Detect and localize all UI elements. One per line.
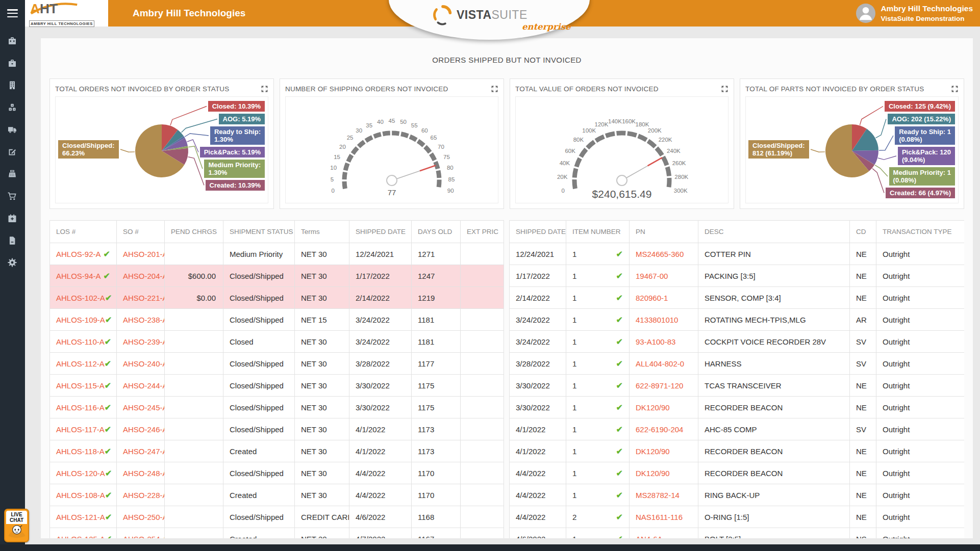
item-row[interactable]: 3/24/20221✔93-A100-83COCKPIT VOICE RECOR… <box>510 331 965 353</box>
column-header-shipment-status[interactable]: SHIPMENT STATUS <box>223 221 295 243</box>
record-link[interactable]: 622-6190-204 <box>636 425 683 434</box>
item-row[interactable]: 3/30/20221✔DK120/90RECORDER BEACONNEOutr… <box>510 397 965 418</box>
record-link[interactable]: AHLOS-117-A <box>56 425 105 434</box>
record-link[interactable]: 622-8971-120 <box>636 381 683 390</box>
record-link[interactable]: AHLOS-121-A <box>56 513 105 521</box>
record-link[interactable]: AHLOS-120-A <box>56 469 105 478</box>
item-row[interactable]: 1/17/20221✔19467-00PACKING [3:5]NEOutrig… <box>510 265 965 287</box>
record-link[interactable]: 19467-00 <box>636 272 668 280</box>
pie-callout-created[interactable]: Created: 10.39% <box>206 180 265 191</box>
column-header-desc[interactable]: DESC <box>698 221 850 243</box>
item-row[interactable]: 4/6/20221✔AN4-6ABOLT [3:5]NSOutright <box>510 528 965 539</box>
items-table[interactable]: SHIPPED DATEITEM NUMBERPNDESCCDTRANSACTI… <box>509 220 964 538</box>
order-row[interactable]: AHLOS-92-A✔AHSO-201-AMedium PriorityNET … <box>50 243 504 265</box>
record-link[interactable]: ALL404-802-0 <box>636 359 684 368</box>
pie-callout-closed[interactable]: Closed: 125 (9.42%) <box>885 101 955 112</box>
column-header-days-old[interactable]: DAYS OLD <box>412 221 461 243</box>
column-header-transaction-type[interactable]: TRANSACTION TYPE <box>876 221 965 243</box>
pie-callout-aog[interactable]: AOG: 5.19% <box>219 114 265 124</box>
pie-callout-pick-pack[interactable]: Pick&Pack: 120(9.04%) <box>898 147 955 165</box>
record-link[interactable]: AHLOS-109-A <box>56 316 105 324</box>
record-link[interactable]: 820960-1 <box>636 294 668 302</box>
order-row[interactable]: AHLOS-116-A✔AHSO-245-AClosed/ShippedNET … <box>50 397 504 418</box>
column-header-item-number[interactable]: ITEM NUMBER <box>566 221 630 243</box>
column-header-shipped-date[interactable]: SHIPPED DATE <box>510 221 566 243</box>
expand-icon[interactable] <box>951 85 959 93</box>
record-link[interactable]: AHLOS-115-A <box>56 381 105 390</box>
order-row[interactable]: AHLOS-117-A✔AHSO-246-AClosed/ShippedNET … <box>50 418 504 440</box>
item-row[interactable]: 4/1/20221✔DK120/90RECORDER BEACONNEOutri… <box>510 440 965 462</box>
pie-callout-medium-priority[interactable]: Medium Priority: 1(0.08%) <box>889 167 955 186</box>
record-link[interactable]: AN4-6A <box>636 535 663 539</box>
record-link[interactable]: AHLOS-112-A <box>56 359 105 368</box>
order-row[interactable]: AHLOS-94-A✔AHSO-204-A$600.00Closed/Shipp… <box>50 265 504 287</box>
item-row[interactable]: 4/4/20221✔MS28782-14RING BACK-UPNEOutrig… <box>510 484 965 506</box>
record-link[interactable]: AHLOS-125-A <box>56 535 105 539</box>
record-link[interactable]: DK120/90 <box>636 447 670 456</box>
pie-callout-created[interactable]: Created: 66 (4.97%) <box>886 188 955 198</box>
live-chat-button[interactable]: LIVE CHAT <box>4 509 29 542</box>
record-link[interactable]: MS24665-360 <box>636 250 684 258</box>
order-row[interactable]: AHLOS-118-A✔AHSO-247-ACreatedNET 304/1/2… <box>50 440 504 462</box>
pie-callout-closed[interactable]: Closed: 10.39% <box>208 101 265 112</box>
record-link[interactable]: AHLOS-94-A <box>56 272 101 280</box>
record-link[interactable]: AHLOS-118-A <box>56 447 105 456</box>
record-link[interactable]: AHSO-244-A <box>123 381 165 390</box>
record-link[interactable]: AHSO-247-A <box>123 447 165 456</box>
sidebar-item-document[interactable] <box>7 235 18 246</box>
item-row[interactable]: 2/14/20221✔820960-1SENSOR, COMP [3:4]NEO… <box>510 287 965 309</box>
sidebar-item-edit[interactable] <box>7 147 18 157</box>
order-row[interactable]: AHLOS-121-A✔AHSO-250-AClosed/ShippedCRED… <box>50 506 504 528</box>
column-header-pend-chrgs[interactable]: PEND CHRGS <box>165 221 223 243</box>
record-link[interactable]: AHLOS-116-A <box>56 403 105 412</box>
sidebar-item-cubes[interactable] <box>7 102 18 113</box>
record-link[interactable]: AHSO-240-A <box>123 359 165 368</box>
sidebar-item-cash-register[interactable] <box>7 169 18 179</box>
pie-callout-closed-shipped[interactable]: Closed/Shipped:812 (61.19%) <box>748 140 809 159</box>
sidebar-item-building[interactable] <box>7 80 18 90</box>
item-row[interactable]: 3/30/20221✔622-8971-120TCAS TRANSCEIVERN… <box>510 375 965 397</box>
record-link[interactable]: AHSO-221-A <box>123 294 165 302</box>
sidebar-item-truck[interactable] <box>7 124 18 135</box>
pie-callout-pick-pack[interactable]: Pick&Pack: 5.19% <box>200 147 265 158</box>
expand-icon[interactable] <box>721 85 728 93</box>
record-link[interactable]: AHSO-228-A <box>123 491 165 500</box>
record-link[interactable]: 4133801010 <box>636 316 678 324</box>
sidebar-item-gear[interactable] <box>7 257 18 268</box>
record-link[interactable]: AHLOS-102-A <box>56 294 105 302</box>
order-row[interactable]: AHLOS-108-A✔AHSO-228-ACreatedNET 304/4/2… <box>50 484 504 506</box>
column-header-terms[interactable]: Terms <box>295 221 349 243</box>
record-link[interactable]: AHSO-250-A <box>123 513 165 521</box>
pie-callout-aog[interactable]: AOG: 202 (15.22%) <box>888 114 955 124</box>
order-row[interactable]: AHLOS-109-A✔AHSO-238-AClosed/ShippedNET … <box>50 309 504 331</box>
pie-callout-ready-to-ship[interactable]: Ready to Ship: 1(0.08%) <box>895 126 955 145</box>
order-row[interactable]: AHLOS-115-A✔AHSO-244-AClosed/ShippedNET … <box>50 375 504 397</box>
column-header-shipped-date[interactable]: SHIPPED DATE <box>349 221 412 243</box>
column-header-los-[interactable]: LOS # <box>50 221 117 243</box>
record-link[interactable]: AHSO-248-A <box>123 469 165 478</box>
orders-table[interactable]: LOS #SO #PEND CHRGSSHIPMENT STATUSTermsS… <box>49 220 504 538</box>
pie-callout-medium-priority[interactable]: Medium Priority:1.30% <box>204 160 265 178</box>
record-link[interactable]: AHSO-245-A <box>123 403 165 412</box>
record-link[interactable]: AHSO-254-A <box>123 535 165 539</box>
menu-icon[interactable] <box>7 9 18 19</box>
record-link[interactable]: AHSO-238-A <box>123 316 165 324</box>
order-row[interactable]: AHLOS-102-A✔AHSO-221-A$0.00Closed/Shippe… <box>50 287 504 309</box>
order-row[interactable]: AHLOS-110-A✔AHSO-239-AClosedNET 303/24/2… <box>50 331 504 353</box>
record-link[interactable]: AHSO-239-A <box>123 337 165 346</box>
record-link[interactable]: AHSO-246-A <box>123 425 165 434</box>
record-link[interactable]: AHLOS-108-A <box>56 491 105 500</box>
record-link[interactable]: MS28782-14 <box>636 491 680 500</box>
item-row[interactable]: 3/24/20221✔4133801010ROTATING MECH-TPIS,… <box>510 309 965 331</box>
sidebar-item-briefcase[interactable] <box>7 58 18 68</box>
sidebar-item-calendar-plus[interactable] <box>7 213 18 223</box>
sidebar-item-cart[interactable] <box>7 191 18 201</box>
avatar[interactable] <box>856 4 875 23</box>
record-link[interactable]: DK120/90 <box>636 403 670 412</box>
column-header-ext-pric[interactable]: EXT PRIC <box>461 221 504 243</box>
expand-icon[interactable] <box>261 85 268 93</box>
record-link[interactable]: AHLOS-110-A <box>56 337 105 346</box>
expand-icon[interactable] <box>491 85 498 93</box>
order-row[interactable]: AHLOS-125-A✔AHSO-254-ACreatedNET 304/7/2… <box>50 528 504 539</box>
item-row[interactable]: 4/4/20222✔NAS1611-116O-RING [1:5]NEOutri… <box>510 506 965 528</box>
